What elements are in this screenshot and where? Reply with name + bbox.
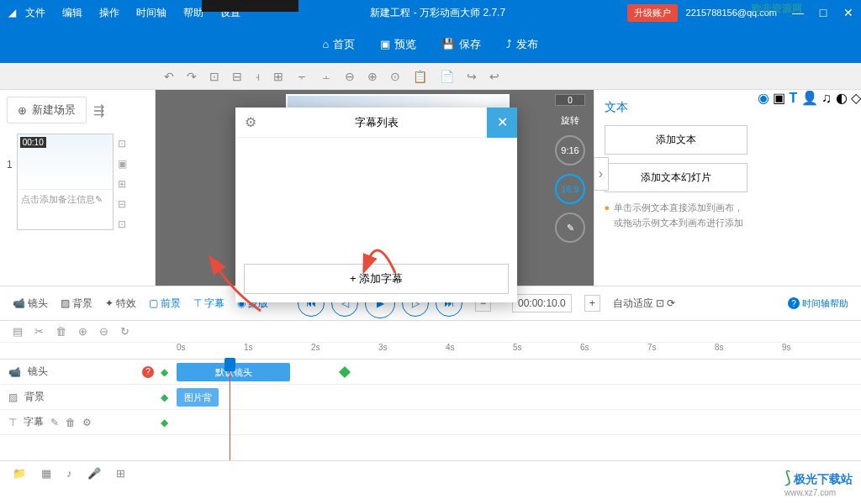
- menu-timeline[interactable]: 时间轴: [128, 0, 175, 25]
- app-icon: ◢: [0, 0, 17, 25]
- save-button[interactable]: 💾保存: [441, 37, 481, 52]
- fx-tool[interactable]: ✦特效: [105, 297, 136, 311]
- autofit-label[interactable]: 自动适应 ⊡ ⟳: [613, 297, 676, 311]
- edit-icon[interactable]: ✎: [555, 213, 585, 243]
- add-subtitle-button[interactable]: + 添加字幕: [244, 264, 509, 294]
- tool-icon[interactable]: ⊙: [390, 70, 400, 83]
- footer-icon[interactable]: ▦: [41, 467, 51, 480]
- home-icon: ⌂: [323, 38, 330, 50]
- scene-thumbnail[interactable]: 1 00:10 点击添加备注信息✎ ⊡ ▣ ⊞ ⊟ ⊡: [7, 134, 148, 230]
- ratio-916[interactable]: 9:16: [555, 135, 585, 165]
- text-icon[interactable]: T: [789, 91, 797, 105]
- menu-action[interactable]: 操作: [91, 0, 128, 25]
- new-scene-button[interactable]: ⊕ 新建场景: [7, 97, 87, 123]
- bg-tool[interactable]: ▨背景: [61, 297, 92, 311]
- tl-icon[interactable]: ↻: [120, 325, 129, 338]
- footer-icon[interactable]: 📁: [13, 467, 26, 480]
- tool-icon[interactable]: ⊟: [232, 70, 242, 83]
- ratio-169[interactable]: 16:9: [555, 174, 585, 204]
- time-display[interactable]: 00:00:10.0: [512, 294, 572, 312]
- warning-icon[interactable]: ?: [142, 366, 154, 378]
- bg-icon: ▨: [8, 391, 18, 403]
- hint-text: ● 单击示例文本直接添加到画布，或拖动示例文本到画布进行添加: [605, 201, 747, 230]
- music-icon[interactable]: ♫: [821, 91, 832, 105]
- modal-body: [235, 138, 517, 255]
- modal-title: 字幕列表: [266, 115, 487, 130]
- tool-icon[interactable]: ⫟: [296, 70, 308, 83]
- track-bg: ▨ 背景 ◆ 图片背: [0, 385, 861, 410]
- tool-icon[interactable]: ⫞: [255, 70, 261, 83]
- modal-close-button[interactable]: ✕: [487, 108, 517, 138]
- list-icon[interactable]: ⇶: [93, 102, 104, 118]
- character-icon[interactable]: 👤: [801, 91, 818, 105]
- playhead[interactable]: [230, 360, 230, 460]
- canvas-controls: 0 旋转 9:16 16:9 ✎: [552, 94, 589, 243]
- tool-icon[interactable]: ⊡: [209, 70, 219, 83]
- bg-clip[interactable]: 图片背: [177, 388, 219, 407]
- tool-icon[interactable]: ⫠: [320, 70, 332, 83]
- add-keyframe[interactable]: ◆: [161, 391, 168, 403]
- shape-icon[interactable]: ◇: [851, 91, 861, 105]
- subtitle-modal: ⚙ 字幕列表 ✕ + 添加字幕: [235, 108, 517, 302]
- side-icon[interactable]: ⊡: [118, 138, 135, 150]
- right-sidebar: ◉ ▣ T 👤 ♫ ◐ ◇: [758, 90, 862, 286]
- tl-icon[interactable]: 🗑: [55, 325, 66, 338]
- tl-icon[interactable]: ⊕: [78, 325, 87, 338]
- close-button[interactable]: ✕: [836, 0, 861, 25]
- menu-edit[interactable]: 编辑: [54, 0, 91, 25]
- timeline-help[interactable]: ? 时间轴帮助: [788, 297, 848, 310]
- text-panel: 文本 添加文本 添加文本幻灯片 ● 单击示例文本直接添加到画布，或拖动示例文本到…: [594, 90, 758, 286]
- tool-icon[interactable]: 📄: [440, 70, 454, 83]
- side-icon[interactable]: ⊟: [118, 198, 135, 210]
- standard-icon[interactable]: ◉: [758, 91, 769, 105]
- plus-icon: ⊕: [18, 104, 27, 117]
- home-button[interactable]: ⌂首页: [323, 37, 356, 52]
- tool-icon[interactable]: ↷: [187, 70, 197, 83]
- preview-button[interactable]: ▣预览: [380, 37, 416, 52]
- tool-icon[interactable]: ⊖: [345, 70, 355, 83]
- footer-icon[interactable]: ⊞: [116, 467, 125, 480]
- shot-tool[interactable]: 📹镜头: [13, 297, 48, 311]
- scene-note[interactable]: 点击添加备注信息✎: [18, 189, 113, 209]
- save-icon: 💾: [441, 38, 455, 50]
- tool-icon[interactable]: ↩: [489, 70, 499, 83]
- add-text-button[interactable]: 添加文本: [605, 125, 747, 155]
- subtitle-tool[interactable]: ⊤字幕: [193, 297, 224, 311]
- chart-icon[interactable]: ◐: [836, 91, 848, 105]
- tl-icon[interactable]: ⊖: [99, 325, 108, 338]
- tl-icon[interactable]: ▤: [13, 325, 23, 338]
- add-keyframe[interactable]: ◆: [161, 366, 168, 378]
- rotate-value[interactable]: 0: [555, 94, 585, 106]
- plus-button[interactable]: +: [584, 295, 600, 312]
- delete-icon[interactable]: 🗑: [66, 417, 76, 428]
- publish-icon: ⤴: [506, 38, 512, 50]
- tool-icon[interactable]: ↶: [164, 70, 174, 83]
- panel-title: 文本: [605, 100, 747, 115]
- side-icon[interactable]: ⊡: [118, 218, 135, 230]
- image-icon[interactable]: ▣: [773, 91, 785, 105]
- add-keyframe[interactable]: ◆: [161, 417, 168, 428]
- footer-icon[interactable]: 🎤: [87, 467, 101, 480]
- side-icon[interactable]: ▣: [118, 158, 135, 170]
- timeline-ruler[interactable]: 0s 1s 2s 3s 4s 5s 6s 7s 8s 9s: [0, 343, 861, 360]
- tool-icon[interactable]: ⊕: [367, 70, 378, 83]
- gear-icon[interactable]: ⚙: [235, 114, 266, 130]
- publish-button[interactable]: ⤴发布: [506, 37, 538, 52]
- edit-icon[interactable]: ✎: [50, 417, 59, 428]
- menu-file[interactable]: 文件: [17, 0, 54, 25]
- tl-icon[interactable]: ✂: [34, 325, 44, 338]
- fg-tool[interactable]: ▢前景: [149, 297, 181, 311]
- footer-icon[interactable]: ♪: [66, 467, 72, 480]
- tool-icon[interactable]: 📋: [413, 70, 427, 83]
- timeline-tracks: 📹 镜头 ? ◆ 默认镜头 ▨ 背景 ◆ 图片背 ⊤ 字幕 ✎ 🗑 ⚙: [0, 360, 861, 460]
- tool-icon[interactable]: ⊞: [273, 70, 283, 83]
- expand-handle[interactable]: ›: [594, 157, 609, 191]
- side-icon[interactable]: ⊞: [118, 178, 135, 190]
- upgrade-button[interactable]: 升级账户: [627, 4, 678, 22]
- gear-icon[interactable]: ⚙: [82, 417, 92, 428]
- tool-icon[interactable]: ↪: [467, 70, 477, 83]
- keyframe[interactable]: [339, 366, 351, 378]
- add-text-slide-button[interactable]: 添加文本幻灯片: [605, 163, 747, 192]
- track-subtitle: ⊤ 字幕 ✎ 🗑 ⚙ ◆: [0, 410, 861, 435]
- maximize-button[interactable]: □: [811, 0, 836, 25]
